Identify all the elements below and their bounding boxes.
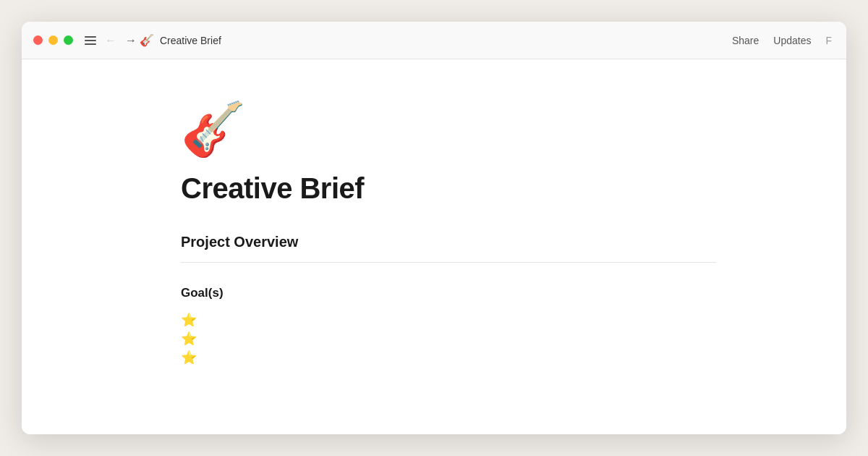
page-emoji: 🎸 — [181, 103, 716, 155]
titlebar-actions: Share Updates F — [732, 35, 832, 46]
goal-star-icon-2: ⭐ — [181, 331, 197, 347]
goal-item-3: ⭐ — [181, 350, 716, 366]
goal-star-icon-1: ⭐ — [181, 312, 197, 328]
titlebar: ← → 🎸 Creative Brief Share Updates F — [22, 22, 846, 59]
maximize-button[interactable] — [64, 35, 73, 45]
section-divider — [181, 262, 716, 263]
forward-arrow-icon[interactable]: → — [125, 34, 137, 47]
titlebar-page-title: Creative Brief — [160, 35, 221, 46]
page-icon-title: 🎸 Creative Brief — [140, 33, 221, 47]
more-button[interactable]: F — [825, 35, 832, 46]
close-button[interactable] — [33, 35, 43, 45]
subsection-heading-goals: Goal(s) — [181, 286, 716, 300]
minimize-button[interactable] — [48, 35, 58, 45]
app-window: ← → 🎸 Creative Brief Share Updates F 🎸 C… — [22, 22, 846, 434]
back-arrow-icon[interactable]: ← — [105, 34, 116, 47]
updates-button[interactable]: Updates — [773, 35, 811, 46]
titlebar-page-icon: 🎸 — [140, 33, 154, 47]
window-controls — [33, 35, 73, 45]
page-title: Creative Brief — [181, 172, 716, 205]
page-content: 🎸 Creative Brief Project Overview Goal(s… — [22, 59, 846, 434]
section-heading-overview: Project Overview — [181, 234, 716, 250]
goal-star-icon-3: ⭐ — [181, 350, 197, 366]
goal-item-2: ⭐ — [181, 331, 716, 347]
goal-item-1: ⭐ — [181, 312, 716, 328]
hamburger-icon[interactable] — [85, 36, 96, 45]
share-button[interactable]: Share — [732, 35, 759, 46]
titlebar-controls: ← → — [85, 34, 137, 47]
